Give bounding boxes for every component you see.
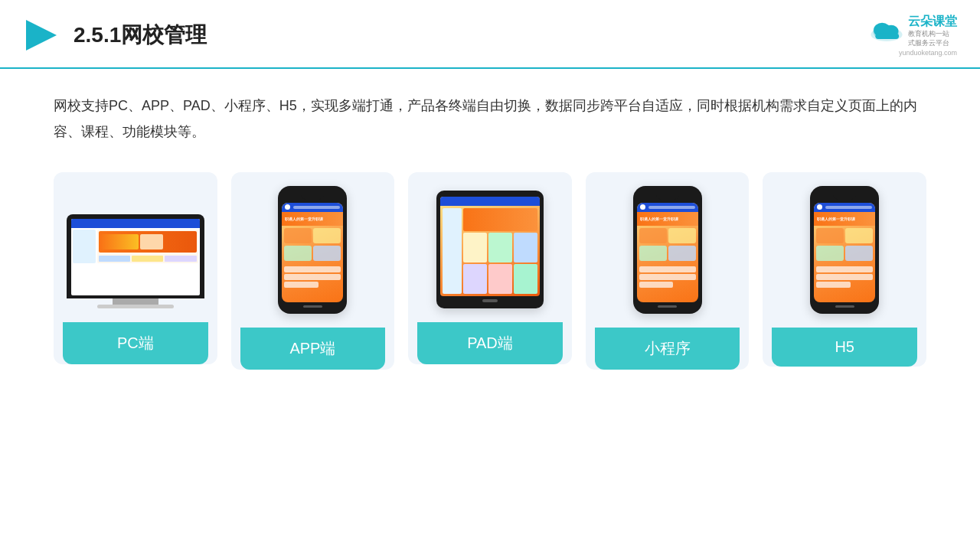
- header: 2.5.1网校管理 云朵课堂 教育机构一站式服务云平台 yunduoketang…: [0, 0, 980, 69]
- play-icon: [23, 17, 60, 54]
- cards-area: PC端 职遇人的第一堂升职课: [54, 172, 926, 370]
- h5-card: 职遇人的第一堂升职课: [763, 172, 926, 367]
- description: 网校支持PC、APP、PAD、小程序、H5，实现多端打通，产品各终端自由切换，数…: [54, 93, 926, 145]
- h5-label: H5: [772, 328, 917, 367]
- mini-image-area: 职遇人的第一堂升职课: [595, 186, 740, 314]
- mini-phone-mockup: 职遇人的第一堂升职课: [633, 186, 702, 314]
- main-content: 网校支持PC、APP、PAD、小程序、H5，实现多端打通，产品各终端自由切换，数…: [0, 69, 980, 385]
- logo-area: 云朵课堂 教育机构一站式服务云平台 yunduoketang.com: [870, 14, 957, 57]
- pad-image-area: [417, 186, 563, 308]
- pc-card: PC端: [54, 172, 217, 364]
- logo-brand: 云朵课堂: [908, 14, 957, 30]
- pad-card: PAD端: [408, 172, 572, 364]
- svg-marker-0: [26, 20, 57, 51]
- header-left: 2.5.1网校管理: [23, 17, 207, 54]
- h5-phone-mockup: 职遇人的第一堂升职课: [810, 186, 879, 314]
- h5-image-area: 职遇人的第一堂升职课: [772, 186, 917, 314]
- app-phone-mockup: 职遇人的第一堂升职课: [278, 186, 347, 314]
- app-label: APP端: [240, 328, 386, 370]
- pc-label: PC端: [63, 322, 208, 364]
- logo-right-text: 云朵课堂 教育机构一站式服务云平台: [908, 14, 957, 47]
- pc-image-area: [63, 186, 208, 308]
- tablet-mockup: [436, 191, 544, 308]
- svg-rect-6: [875, 34, 899, 39]
- pc-mockup: [67, 214, 204, 308]
- mini-card: 职遇人的第一堂升职课: [586, 172, 750, 370]
- logo-slogan: 教育机构一站式服务云平台: [908, 30, 949, 47]
- cloud-icon: [870, 18, 903, 43]
- app-card: 职遇人的第一堂升职课: [231, 172, 395, 370]
- mini-label: 小程序: [595, 328, 740, 370]
- page-title: 2.5.1网校管理: [74, 21, 207, 50]
- app-image-area: 职遇人的第一堂升职课: [240, 186, 386, 314]
- pad-label: PAD端: [417, 322, 563, 364]
- logo-url: yunduoketang.com: [899, 49, 957, 57]
